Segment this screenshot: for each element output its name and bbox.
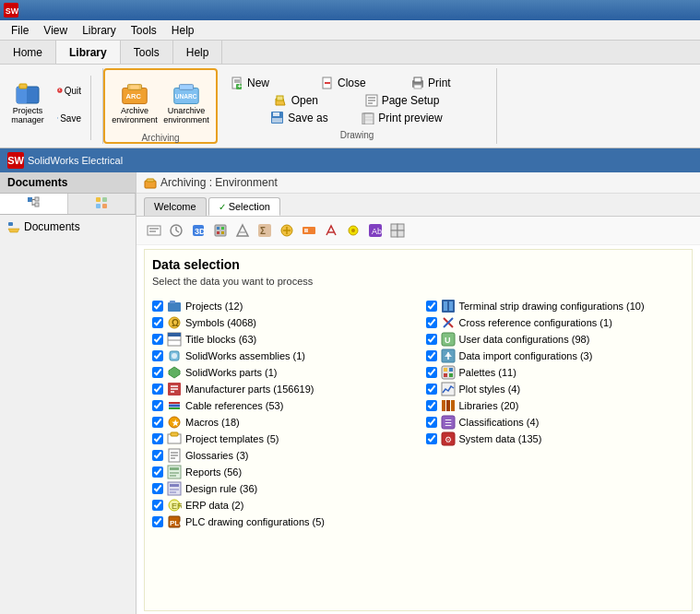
sidebar-item-documents[interactable]: Documents [4, 218, 132, 235]
svg-rect-111 [170, 475, 176, 477]
toolbar-icon-11[interactable]: Ab [365, 220, 386, 241]
page-setup-label: Page Setup [382, 94, 440, 107]
cb-item-erp-data: ERP ERP data (2) [152, 497, 411, 514]
menu-tools[interactable]: Tools [124, 22, 164, 39]
content-tab-selection[interactable]: ✓Selection [208, 197, 280, 216]
cb-data-import[interactable] [426, 350, 437, 361]
toolbar-icon-6[interactable]: Σ [255, 220, 275, 241]
erp-data-icon: ERP [167, 498, 182, 513]
menu-library[interactable]: Library [75, 22, 124, 39]
cb-sw-assemblies[interactable] [152, 350, 163, 361]
archiving-label: Archiving [141, 133, 179, 143]
cb-design-rule[interactable] [152, 483, 163, 494]
menu-file[interactable]: File [4, 22, 36, 39]
print-preview-label: Print preview [378, 112, 442, 124]
svg-point-76 [351, 229, 355, 232]
tab-home[interactable]: Home [0, 41, 56, 64]
cb-item-sw-assemblies: SolidWorks assemblies (1) [152, 348, 411, 364]
cb-erp-data[interactable] [152, 500, 163, 511]
toolbar-icon-10[interactable] [343, 220, 363, 241]
cb-item-user-data: U User data configurations (98) [426, 331, 685, 348]
toolbar-icon-2[interactable] [166, 220, 186, 241]
cb-system-data[interactable] [426, 433, 437, 444]
selection-tab-label: Selection [229, 201, 270, 212]
svg-rect-12 [130, 86, 138, 89]
archive-environment-button[interactable]: ARC Archive environment [111, 74, 159, 131]
cb-mfg-parts[interactable] [152, 384, 163, 395]
svg-rect-138 [451, 400, 455, 411]
svg-rect-80 [397, 224, 404, 230]
sidebar-tab-tree[interactable] [0, 194, 68, 214]
svg-text:Ab: Ab [372, 227, 382, 236]
checkbox-col-left: Projects (12) Ω Symbols (4068) Title blo… [152, 298, 411, 530]
quit-button[interactable]: X Quit [52, 77, 87, 103]
cb-item-sw-parts: SolidWorks parts (1) [152, 364, 411, 381]
svg-rect-109 [170, 467, 179, 470]
new-button[interactable]: + New [225, 75, 308, 91]
menu-view[interactable]: View [36, 22, 75, 39]
svg-point-91 [172, 353, 177, 359]
svg-rect-52 [148, 226, 160, 235]
cb-glossaries[interactable] [152, 450, 163, 461]
cb-user-data-label: User data configurations (98) [459, 334, 590, 345]
open-button[interactable]: Open [269, 92, 352, 109]
cb-cable-refs[interactable] [152, 400, 163, 411]
menu-help[interactable]: Help [164, 22, 202, 39]
svg-text:★: ★ [172, 419, 180, 428]
cb-item-data-import: Data import configurations (3) [426, 348, 685, 364]
toolbar-icon-9[interactable] [321, 220, 341, 241]
sidebar-tab-docs[interactable] [68, 194, 136, 214]
page-setup-button[interactable]: Page Setup [360, 92, 445, 109]
cb-palettes[interactable] [426, 367, 437, 378]
tab-tools[interactable]: Tools [121, 41, 173, 64]
svg-text:Σ: Σ [260, 226, 266, 236]
svg-text:3D: 3D [195, 227, 206, 236]
toolbar-icon-7[interactable] [277, 220, 297, 241]
cb-user-data[interactable] [426, 334, 437, 345]
cb-sw-parts[interactable] [152, 367, 163, 378]
close-button[interactable]: Close [315, 75, 398, 91]
cb-plot-styles[interactable] [426, 384, 437, 395]
cb-data-import-label: Data import configurations (3) [459, 350, 593, 361]
svg-rect-84 [170, 301, 175, 303]
content-tab-welcome[interactable]: Welcome [144, 197, 207, 216]
cb-item-cable-refs: Cable references (53) [152, 397, 411, 414]
cb-item-projects: Projects (12) [152, 298, 411, 314]
cb-plc-drawing[interactable] [152, 516, 163, 527]
projects-manager-button[interactable]: Projectsmanager [7, 74, 48, 133]
sw-label: SolidWorks Electrical [28, 155, 123, 166]
checkbox-col-right: Terminal strip drawing configurations (1… [426, 298, 685, 530]
cb-classifications-label: Classifications (4) [459, 417, 540, 428]
toolbar-icon-4[interactable] [210, 220, 231, 241]
cb-terminal[interactable] [426, 301, 437, 312]
print-preview-button[interactable]: Print preview [356, 110, 447, 126]
cb-item-cross-ref: Cross reference configurations (1) [426, 314, 685, 331]
toolbar-icon-1[interactable] [144, 220, 164, 241]
drawing-buttons: + New Close Print Open [225, 72, 489, 128]
tab-library[interactable]: Library [56, 41, 121, 64]
tab-help[interactable]: Help [173, 41, 223, 64]
cb-titleblocks[interactable] [152, 334, 163, 345]
cb-classifications[interactable] [426, 417, 437, 428]
cb-projects-label: Projects (12) [185, 301, 243, 312]
save-button[interactable]: Save [52, 105, 87, 131]
unarchive-environment-button[interactable]: UNARC Unarchive environment [162, 74, 210, 131]
print-button[interactable]: Print [406, 75, 489, 91]
toolbar-icon-8[interactable] [299, 220, 319, 241]
toolbar-icon-12[interactable] [387, 220, 408, 241]
menu-bar: File View Library Tools Help [0, 20, 700, 41]
cb-reports[interactable] [152, 466, 163, 478]
toolbar-icon-5[interactable] [232, 220, 253, 241]
reports-icon [167, 465, 182, 479]
toolbar-icon-3[interactable]: 3D [188, 220, 208, 241]
cb-libraries[interactable] [426, 400, 437, 411]
proj-templates-icon [167, 431, 182, 446]
save-as-button[interactable]: Save as [266, 110, 349, 126]
cb-projects[interactable] [152, 301, 163, 312]
cb-cross-ref[interactable] [426, 317, 437, 328]
svg-rect-49 [8, 222, 13, 226]
cb-proj-templates[interactable] [152, 433, 163, 444]
cb-macros[interactable] [152, 417, 163, 428]
svg-rect-46 [96, 204, 101, 208]
cb-symbols[interactable] [152, 317, 163, 328]
